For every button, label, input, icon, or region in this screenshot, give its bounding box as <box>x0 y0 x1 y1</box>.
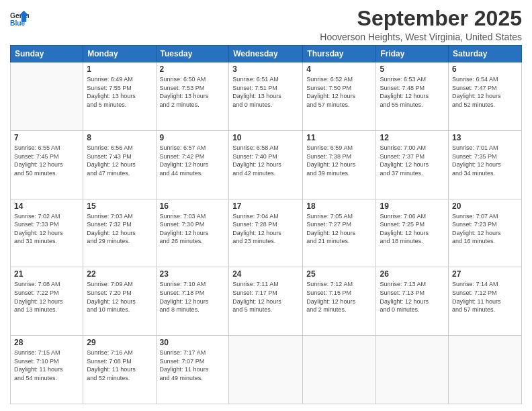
day-number: 6 <box>452 64 518 74</box>
day-number: 13 <box>452 133 518 142</box>
day-info: Sunrise: 6:57 AM Sunset: 7:42 PM Dayligh… <box>160 144 226 177</box>
table-row: 25Sunrise: 7:12 AM Sunset: 7:15 PM Dayli… <box>303 267 376 336</box>
day-info: Sunrise: 6:52 AM Sunset: 7:50 PM Dayligh… <box>306 75 372 109</box>
day-info: Sunrise: 7:13 AM Sunset: 7:13 PM Dayligh… <box>380 280 445 314</box>
table-row: 13Sunrise: 7:01 AM Sunset: 7:35 PM Dayli… <box>449 130 522 199</box>
day-info: Sunrise: 7:15 AM Sunset: 7:10 PM Dayligh… <box>14 349 79 382</box>
day-info: Sunrise: 7:07 AM Sunset: 7:23 PM Dayligh… <box>452 212 518 246</box>
day-number: 1 <box>87 64 152 74</box>
day-info: Sunrise: 7:04 AM Sunset: 7:28 PM Dayligh… <box>232 212 299 246</box>
table-row: 28Sunrise: 7:15 AM Sunset: 7:10 PM Dayli… <box>11 336 83 404</box>
table-row: 26Sunrise: 7:13 AM Sunset: 7:13 PM Dayli… <box>376 267 449 336</box>
table-row: 3Sunrise: 6:51 AM Sunset: 7:51 PM Daylig… <box>229 62 303 131</box>
col-monday: Monday <box>83 46 156 62</box>
table-row: 21Sunrise: 7:08 AM Sunset: 7:22 PM Dayli… <box>11 267 83 336</box>
day-number: 10 <box>232 133 299 142</box>
day-info: Sunrise: 6:51 AM Sunset: 7:51 PM Dayligh… <box>232 75 299 109</box>
table-row: 12Sunrise: 7:00 AM Sunset: 7:37 PM Dayli… <box>376 130 449 199</box>
day-info: Sunrise: 6:53 AM Sunset: 7:48 PM Dayligh… <box>380 75 445 109</box>
table-row: 14Sunrise: 7:02 AM Sunset: 7:33 PM Dayli… <box>11 199 83 267</box>
day-number: 30 <box>160 338 226 347</box>
table-row: 9Sunrise: 6:57 AM Sunset: 7:42 PM Daylig… <box>156 130 229 199</box>
day-number: 25 <box>306 269 372 279</box>
day-number: 7 <box>14 133 79 142</box>
table-row: 6Sunrise: 6:54 AM Sunset: 7:47 PM Daylig… <box>449 62 522 131</box>
col-friday: Friday <box>376 46 449 62</box>
day-info: Sunrise: 7:14 AM Sunset: 7:12 PM Dayligh… <box>452 280 518 314</box>
calendar-header-row: Sunday Monday Tuesday Wednesday Thursday… <box>11 46 522 62</box>
table-row <box>303 336 376 404</box>
month-title: September 2025 <box>320 7 522 30</box>
day-info: Sunrise: 7:03 AM Sunset: 7:30 PM Dayligh… <box>160 212 226 246</box>
day-number: 9 <box>160 133 226 142</box>
location: Hooverson Heights, West Virginia, United… <box>320 32 522 42</box>
day-number: 22 <box>87 269 152 279</box>
table-row <box>229 336 303 404</box>
table-row: 15Sunrise: 7:03 AM Sunset: 7:32 PM Dayli… <box>83 199 156 267</box>
day-info: Sunrise: 7:16 AM Sunset: 7:08 PM Dayligh… <box>87 349 152 382</box>
table-row: 23Sunrise: 7:10 AM Sunset: 7:18 PM Dayli… <box>156 267 229 336</box>
day-info: Sunrise: 7:03 AM Sunset: 7:32 PM Dayligh… <box>87 212 152 246</box>
table-row <box>449 336 522 404</box>
day-number: 17 <box>232 201 299 211</box>
day-number: 15 <box>87 201 152 211</box>
table-row: 7Sunrise: 6:55 AM Sunset: 7:45 PM Daylig… <box>11 130 83 199</box>
day-info: Sunrise: 7:08 AM Sunset: 7:22 PM Dayligh… <box>14 280 79 314</box>
day-number: 3 <box>232 64 299 74</box>
day-number: 2 <box>160 64 226 74</box>
calendar: Sunday Monday Tuesday Wednesday Thursday… <box>10 45 522 404</box>
col-wednesday: Wednesday <box>229 46 303 62</box>
logo-icon: General Blue <box>10 9 29 28</box>
table-row: 11Sunrise: 6:59 AM Sunset: 7:38 PM Dayli… <box>303 130 376 199</box>
table-row: 27Sunrise: 7:14 AM Sunset: 7:12 PM Dayli… <box>449 267 522 336</box>
page: General Blue September 2025 Hooverson He… <box>0 0 532 411</box>
table-row: 5Sunrise: 6:53 AM Sunset: 7:48 PM Daylig… <box>376 62 449 131</box>
day-info: Sunrise: 7:06 AM Sunset: 7:25 PM Dayligh… <box>380 212 445 246</box>
table-row <box>11 62 83 131</box>
col-thursday: Thursday <box>303 46 376 62</box>
day-number: 8 <box>87 133 152 142</box>
day-info: Sunrise: 7:00 AM Sunset: 7:37 PM Dayligh… <box>380 144 445 177</box>
day-number: 11 <box>306 133 372 142</box>
table-row: 24Sunrise: 7:11 AM Sunset: 7:17 PM Dayli… <box>229 267 303 336</box>
table-row: 30Sunrise: 7:17 AM Sunset: 7:07 PM Dayli… <box>156 336 229 404</box>
table-row: 4Sunrise: 6:52 AM Sunset: 7:50 PM Daylig… <box>303 62 376 131</box>
table-row: 20Sunrise: 7:07 AM Sunset: 7:23 PM Dayli… <box>449 199 522 267</box>
title-block: September 2025 Hooverson Heights, West V… <box>320 7 522 42</box>
day-number: 24 <box>232 269 299 279</box>
day-number: 18 <box>306 201 372 211</box>
day-number: 26 <box>380 269 445 279</box>
day-info: Sunrise: 6:58 AM Sunset: 7:40 PM Dayligh… <box>232 144 299 177</box>
col-sunday: Sunday <box>11 46 83 62</box>
day-info: Sunrise: 6:50 AM Sunset: 7:53 PM Dayligh… <box>160 75 226 109</box>
day-number: 5 <box>380 64 445 74</box>
table-row: 8Sunrise: 6:56 AM Sunset: 7:43 PM Daylig… <box>83 130 156 199</box>
day-info: Sunrise: 7:02 AM Sunset: 7:33 PM Dayligh… <box>14 212 79 246</box>
table-row: 2Sunrise: 6:50 AM Sunset: 7:53 PM Daylig… <box>156 62 229 131</box>
table-row: 18Sunrise: 7:05 AM Sunset: 7:27 PM Dayli… <box>303 199 376 267</box>
table-row: 19Sunrise: 7:06 AM Sunset: 7:25 PM Dayli… <box>376 199 449 267</box>
day-number: 21 <box>14 269 79 279</box>
day-info: Sunrise: 7:12 AM Sunset: 7:15 PM Dayligh… <box>306 280 372 314</box>
day-info: Sunrise: 7:10 AM Sunset: 7:18 PM Dayligh… <box>160 280 226 314</box>
day-info: Sunrise: 6:55 AM Sunset: 7:45 PM Dayligh… <box>14 144 79 177</box>
day-number: 27 <box>452 269 518 279</box>
day-info: Sunrise: 6:56 AM Sunset: 7:43 PM Dayligh… <box>87 144 152 177</box>
table-row: 16Sunrise: 7:03 AM Sunset: 7:30 PM Dayli… <box>156 199 229 267</box>
day-number: 14 <box>14 201 79 211</box>
day-info: Sunrise: 6:49 AM Sunset: 7:55 PM Dayligh… <box>87 75 152 109</box>
day-number: 4 <box>306 64 372 74</box>
day-number: 28 <box>14 338 79 347</box>
col-tuesday: Tuesday <box>156 46 229 62</box>
header: General Blue September 2025 Hooverson He… <box>10 7 522 42</box>
col-saturday: Saturday <box>449 46 522 62</box>
day-info: Sunrise: 7:01 AM Sunset: 7:35 PM Dayligh… <box>452 144 518 177</box>
day-number: 12 <box>380 133 445 142</box>
day-info: Sunrise: 6:59 AM Sunset: 7:38 PM Dayligh… <box>306 144 372 177</box>
table-row <box>376 336 449 404</box>
day-info: Sunrise: 6:54 AM Sunset: 7:47 PM Dayligh… <box>452 75 518 109</box>
day-number: 16 <box>160 201 226 211</box>
table-row: 17Sunrise: 7:04 AM Sunset: 7:28 PM Dayli… <box>229 199 303 267</box>
table-row: 10Sunrise: 6:58 AM Sunset: 7:40 PM Dayli… <box>229 130 303 199</box>
day-number: 29 <box>87 338 152 347</box>
